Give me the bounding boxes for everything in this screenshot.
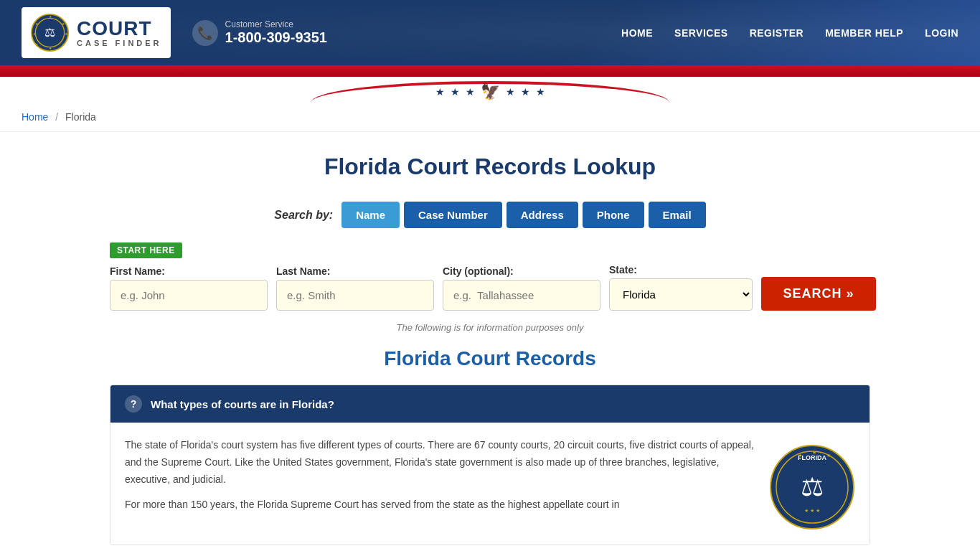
cs-phone: 1-800-309-9351	[225, 29, 327, 46]
phone-icon: 📞	[192, 20, 218, 46]
faq-item: ? What types of courts are in Florida? T…	[110, 385, 870, 545]
faq-question-icon: ?	[125, 395, 142, 413]
logo-text: COURT CASE FINDER	[77, 19, 162, 47]
svg-text:★: ★	[812, 450, 816, 455]
logo-box: ★ ★ ★ ★ ★ ★ ★ ★ ⚖ COURT CASE FINDER	[22, 7, 171, 58]
last-name-label: Last Name:	[276, 265, 434, 277]
state-label: State:	[609, 264, 753, 276]
svg-text:⚖: ⚖	[44, 26, 55, 39]
section-title: Florida Court Records	[110, 347, 870, 370]
cs-label: Customer Service	[225, 19, 327, 29]
search-by-label: Search by:	[274, 209, 333, 222]
last-name-input[interactable]	[276, 280, 434, 311]
star-right-1: ★	[506, 86, 515, 98]
breadcrumb-home[interactable]: Home	[22, 111, 48, 123]
search-button[interactable]: SEARCH »	[761, 277, 876, 311]
site-header: ★ ★ ★ ★ ★ ★ ★ ★ ⚖ COURT CASE FINDER 📞	[0, 0, 980, 65]
breadcrumb-current: Florida	[65, 111, 96, 123]
first-name-label: First Name:	[110, 265, 268, 277]
star-right-3: ★	[536, 86, 545, 98]
search-by-row: Search by: Name Case Number Address Phon…	[110, 202, 870, 228]
florida-seal-icon: FLORIDA ★ ★ ★ ⚖ ★ ★ ★	[769, 444, 855, 530]
eagle-stars-line: ★ ★ ★ 🦅 ★ ★ ★	[435, 83, 545, 101]
customer-service: 📞 Customer Service 1-800-309-9351	[192, 19, 327, 46]
faq-question-text: What types of courts are in Florida?	[151, 398, 334, 410]
last-name-group: Last Name:	[276, 265, 434, 311]
logo-area: ★ ★ ★ ★ ★ ★ ★ ★ ⚖ COURT CASE FINDER 📞	[22, 7, 327, 58]
eagle-banner: ★ ★ ★ 🦅 ★ ★ ★	[0, 77, 980, 103]
svg-text:★ ★ ★: ★ ★ ★	[804, 508, 820, 513]
star-right-2: ★	[521, 86, 530, 98]
state-group: State: Florida Alabama Georgia	[609, 264, 753, 311]
faq-text: The state of Florida's court system has …	[125, 437, 755, 530]
nav-home[interactable]: HOME	[621, 27, 653, 39]
first-name-input[interactable]	[110, 280, 268, 311]
nav-register[interactable]: REGISTER	[750, 27, 804, 39]
faq-paragraph-2: For more than 150 years, the Florida Sup…	[125, 496, 755, 514]
city-input[interactable]	[443, 280, 600, 311]
svg-text:★: ★	[826, 453, 831, 458]
logo-case-finder-label: CASE FINDER	[77, 39, 162, 47]
city-label: City (optional):	[443, 265, 600, 277]
tab-case-number[interactable]: Case Number	[404, 202, 502, 228]
logo-seal-icon: ★ ★ ★ ★ ★ ★ ★ ★ ⚖	[30, 13, 70, 52]
star-left-2: ★	[451, 86, 460, 98]
first-name-group: First Name:	[110, 265, 268, 311]
faq-header[interactable]: ? What types of courts are in Florida?	[110, 385, 870, 423]
breadcrumb-separator: /	[55, 111, 58, 123]
city-group: City (optional):	[443, 265, 600, 311]
tab-name[interactable]: Name	[341, 202, 400, 228]
page-title: Florida Court Records Lookup	[110, 154, 870, 180]
search-form-area: Search by: Name Case Number Address Phon…	[110, 202, 870, 333]
main-nav: HOME SERVICES REGISTER MEMBER HELP LOGIN	[621, 27, 958, 39]
nav-login[interactable]: LOGIN	[925, 27, 958, 39]
start-here-badge: START HERE	[110, 242, 182, 258]
faq-body: The state of Florida's court system has …	[110, 423, 870, 545]
tab-email[interactable]: Email	[649, 202, 706, 228]
logo-court-label: COURT	[77, 19, 152, 39]
faq-paragraph-1: The state of Florida's court system has …	[125, 437, 755, 488]
star-left-3: ★	[466, 86, 475, 98]
svg-text:★: ★	[798, 453, 802, 458]
main-content: Florida Court Records Lookup Search by: …	[95, 132, 885, 551]
state-select[interactable]: Florida Alabama Georgia	[609, 278, 753, 311]
nav-services[interactable]: SERVICES	[674, 27, 728, 39]
eagle-symbol: 🦅	[481, 83, 500, 101]
info-note: The following is for information purpose…	[110, 322, 870, 333]
svg-text:⚖: ⚖	[801, 472, 824, 501]
star-left-1: ★	[435, 86, 445, 98]
nav-member-help[interactable]: MEMBER HELP	[825, 27, 903, 39]
tab-phone[interactable]: Phone	[583, 202, 644, 228]
form-fields: First Name: Last Name: City (optional): …	[110, 264, 870, 311]
tab-address[interactable]: Address	[507, 202, 578, 228]
svg-text:FLORIDA: FLORIDA	[798, 454, 826, 461]
red-strip	[0, 65, 980, 77]
